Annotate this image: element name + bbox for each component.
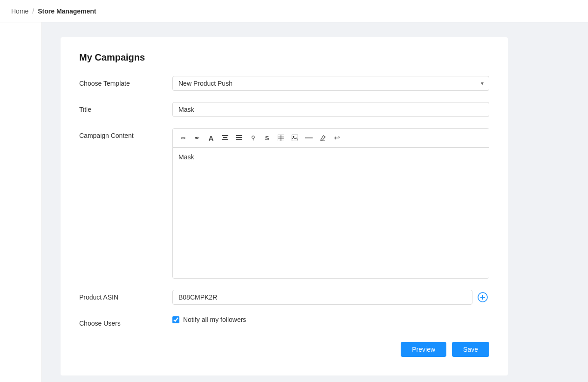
main-layout: My Campaigns Choose Template New Product… — [0, 22, 588, 382]
asin-input[interactable] — [172, 290, 472, 305]
sidebar — [0, 22, 42, 382]
toolbar-table-button[interactable] — [274, 131, 287, 144]
template-label: Choose Template — [79, 76, 172, 87]
breadcrumb-home[interactable]: Home — [11, 7, 28, 15]
toolbar-pencil-button[interactable]: ✏ — [177, 131, 190, 144]
template-select[interactable]: New Product Push Sale Announcement Custo… — [172, 76, 489, 91]
title-control — [172, 102, 489, 117]
toolbar-undo-button[interactable]: ↩ — [330, 131, 343, 144]
svg-rect-0 — [222, 135, 228, 136]
title-input[interactable] — [172, 102, 489, 117]
action-row: Preview Save — [79, 342, 489, 357]
form-row-title: Title — [79, 102, 489, 117]
notify-followers-row: Notify all my followers — [172, 316, 489, 323]
users-label: Choose Users — [79, 316, 172, 327]
toolbar-list-button[interactable] — [232, 131, 246, 144]
asin-label: Product ASIN — [79, 290, 172, 301]
form-row-asin: Product ASIN — [79, 290, 489, 305]
breadcrumb-separator: / — [32, 7, 34, 15]
page-title: My Campaigns — [79, 52, 489, 63]
preview-button[interactable]: Preview — [401, 342, 446, 357]
editor-toolbar: ✏ ✒ A — [173, 129, 489, 148]
save-button[interactable]: Save — [452, 342, 489, 357]
form-row-content: Campaign Content ✏ ✒ A — [79, 128, 489, 279]
title-label: Title — [79, 102, 172, 113]
toolbar-align-button[interactable] — [219, 131, 232, 144]
notify-followers-checkbox[interactable] — [172, 316, 179, 323]
svg-rect-3 — [236, 135, 242, 136]
toolbar-eraser-button[interactable] — [316, 131, 329, 144]
svg-rect-4 — [236, 137, 242, 138]
svg-rect-1 — [223, 137, 227, 138]
toolbar-strikethrough-button[interactable]: S — [260, 131, 273, 144]
editor-container: ✏ ✒ A — [172, 128, 489, 279]
form-row-template: Choose Template New Product Push Sale An… — [79, 76, 489, 91]
asin-control — [172, 290, 489, 305]
breadcrumb-bar: Home / Store Management — [0, 0, 588, 22]
breadcrumb-current: Store Management — [38, 7, 96, 15]
template-control: New Product Push Sale Announcement Custo… — [172, 76, 489, 91]
page-card: My Campaigns Choose Template New Product… — [61, 37, 508, 375]
toolbar-image-button[interactable] — [288, 131, 301, 144]
template-select-wrapper: New Product Push Sale Announcement Custo… — [172, 76, 489, 91]
svg-rect-5 — [236, 139, 242, 140]
asin-input-wrapper — [172, 290, 489, 305]
form-row-users: Choose Users Notify all my followers — [79, 316, 489, 327]
content-label: Campaign Content — [79, 128, 172, 139]
notify-followers-label[interactable]: Notify all my followers — [183, 316, 246, 323]
toolbar-hr-button[interactable]: — — [302, 131, 315, 144]
content-control: ✏ ✒ A — [172, 128, 489, 279]
toolbar-font-button[interactable]: A — [205, 131, 218, 144]
toolbar-link-button[interactable]: ⚲ — [246, 131, 260, 144]
users-control: Notify all my followers — [172, 316, 489, 323]
content-area: My Campaigns Choose Template New Product… — [42, 22, 588, 382]
toolbar-pen-button[interactable]: ✒ — [191, 131, 204, 144]
editor-body[interactable]: Mask — [173, 148, 489, 278]
svg-rect-2 — [222, 139, 228, 140]
svg-point-11 — [293, 136, 294, 137]
add-asin-button[interactable] — [476, 291, 489, 304]
